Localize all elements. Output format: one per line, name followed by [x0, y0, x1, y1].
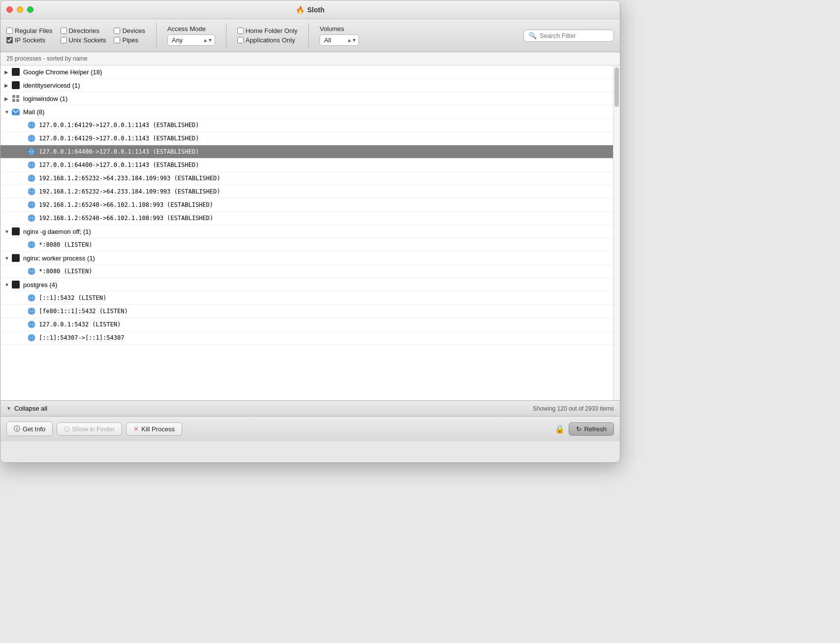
applications-only-label: Applications Only	[246, 36, 295, 44]
unix-sockets-checkbox[interactable]	[61, 37, 67, 43]
connection-text: 127.0.0.1:64400->127.0.0.1:1143 (ESTABLI…	[39, 161, 199, 168]
list-item[interactable]: 127.0.0.1:64129->127.0.0.1:1143 (ESTABLI…	[0, 119, 613, 132]
kill-icon: ✕	[133, 425, 139, 433]
app-icon	[11, 81, 20, 90]
expand-arrow-icon: ▼	[4, 229, 11, 234]
list-item[interactable]: [::1]:5432 (LISTEN)	[0, 291, 613, 305]
volumes-group: Volumes All ▲▼	[320, 25, 359, 46]
app-icon	[11, 67, 20, 76]
connection-text: *:8080 (LISTEN)	[39, 241, 92, 248]
ip-sockets-label: IP Sockets	[15, 36, 45, 44]
ip-sockets-checkbox[interactable]	[6, 37, 13, 43]
list-item[interactable]: [fe80:1::1]:5432 (LISTEN)	[0, 305, 613, 318]
expand-arrow-icon: ▶	[4, 83, 11, 88]
separator-1	[156, 23, 157, 48]
list-item[interactable]: 192.168.1.2:65232->64.233.184.109:993 (E…	[0, 172, 613, 185]
get-info-button[interactable]: ⓘ Get Info	[6, 421, 53, 436]
traffic-lights	[6, 6, 33, 13]
list-item[interactable]: ▶ identityservicesd (1)	[0, 79, 613, 92]
expand-arrow-icon: ▼	[4, 256, 11, 261]
list-item[interactable]: 127.0.0.1:64400->127.0.0.1:1143 (ESTABLI…	[0, 159, 613, 172]
titlebar: 🔥 Sloth	[0, 0, 620, 19]
home-folder-checkbox[interactable]	[237, 28, 244, 34]
devices-checkbox[interactable]	[114, 28, 120, 34]
file-type-filters: Regular Files IP Sockets	[6, 27, 53, 44]
separator-3	[308, 23, 309, 48]
info-icon: ⓘ	[14, 424, 20, 433]
devices-pipe-filters: Devices Pipes	[114, 27, 145, 44]
scrollbar-thumb[interactable]	[614, 67, 619, 107]
connection-text: 192.168.1.2:65240->66.102.1.108:993 (EST…	[39, 215, 213, 222]
app-name: Sloth	[307, 6, 324, 14]
regular-files-checkbox[interactable]	[6, 28, 13, 34]
list-item[interactable]: *:8080 (LISTEN)	[0, 265, 613, 278]
connection-text: 127.0.0.1:64129->127.0.0.1:1143 (ESTABLI…	[39, 122, 199, 129]
maximize-button[interactable]	[27, 6, 33, 13]
kill-process-button[interactable]: ✕ Kill Process	[126, 422, 182, 436]
volumes-select[interactable]: All	[320, 34, 359, 46]
list-item[interactable]: ▶ Google Chrome Helper (18)	[0, 65, 613, 79]
process-name: Google Chrome Helper (18)	[23, 68, 102, 76]
connection-text: 192.168.1.2:65232->64.233.184.109:993 (E…	[39, 188, 220, 195]
applications-only-checkbox[interactable]	[237, 37, 244, 43]
globe-icon	[27, 214, 36, 223]
list-item[interactable]: 192.168.1.2:65240->66.102.1.108:993 (EST…	[0, 212, 613, 225]
globe-icon	[27, 333, 36, 342]
content-area[interactable]: ▶ Google Chrome Helper (18) ▶ identityse…	[0, 65, 620, 400]
list-item[interactable]: ▼ nginx: worker process (1)	[0, 252, 613, 265]
close-button[interactable]	[6, 6, 13, 13]
connection-text: 192.168.1.2:65232->64.233.184.109:993 (E…	[39, 175, 220, 182]
home-folder-label: Home Folder Only	[246, 27, 297, 34]
globe-icon	[27, 267, 36, 276]
app-icon	[11, 254, 20, 262]
list-item[interactable]: 127.0.0.1:64400->127.0.0.1:1143 (ESTABLI…	[0, 145, 613, 159]
access-mode-label: Access Mode	[167, 25, 215, 32]
showing-count-label: Showing 120 out of 2933 items	[533, 405, 614, 412]
expand-arrow-icon: ▶	[4, 69, 11, 75]
refresh-button[interactable]: ↻ Refresh	[569, 422, 614, 436]
list-item[interactable]: ▼ Mail (8)	[0, 105, 613, 119]
action-buttons-right: 🔒 ↻ Refresh	[555, 422, 614, 436]
list-item[interactable]: ▶ loginwindow (1)	[0, 92, 613, 105]
finder-icon: ⬡	[64, 425, 69, 433]
svg-rect-1	[16, 95, 19, 98]
collapse-arrow-icon: ▼	[6, 406, 11, 411]
window-title: 🔥 Sloth	[296, 6, 324, 14]
list-item[interactable]: 127.0.0.1:5432 (LISTEN)	[0, 318, 613, 331]
collapse-all-button[interactable]: Collapse all	[14, 405, 47, 412]
toolbar: Regular Files IP Sockets Directories Uni…	[0, 19, 620, 52]
access-mode-select-wrapper: Any Read Write Read/Write ▲▼	[167, 34, 215, 46]
list-item[interactable]: *:8080 (LISTEN)	[0, 238, 613, 252]
list-item[interactable]: ▼ nginx -g daemon off; (1)	[0, 225, 613, 238]
svg-rect-3	[16, 99, 19, 102]
list-item[interactable]: 192.168.1.2:65232->64.233.184.109:993 (E…	[0, 185, 613, 198]
show-in-finder-button[interactable]: ⬡ Show in Finder	[57, 422, 122, 436]
directories-row: Directories	[61, 27, 106, 34]
connection-text: [fe80:1::1]:5432 (LISTEN)	[39, 308, 128, 315]
search-icon: 🔍	[529, 32, 537, 39]
home-folder-row: Home Folder Only	[237, 27, 297, 34]
minimize-button[interactable]	[17, 6, 23, 13]
list-item[interactable]: [::1]:54307->[::1]:54307	[0, 331, 613, 345]
svg-rect-0	[12, 95, 15, 98]
access-mode-group: Access Mode Any Read Write Read/Write ▲▼	[167, 25, 215, 46]
access-mode-select[interactable]: Any Read Write Read/Write	[167, 34, 215, 46]
pipes-label: Pipes	[122, 36, 138, 44]
list-item[interactable]: ▼ postgres (4)	[0, 278, 613, 291]
globe-icon	[27, 174, 36, 183]
globe-icon	[27, 187, 36, 196]
list-item[interactable]: 192.168.1.2:65240->66.102.1.108:993 (EST…	[0, 198, 613, 212]
globe-icon	[27, 320, 36, 329]
footer-left: ▼ Collapse all	[6, 405, 47, 412]
directories-checkbox[interactable]	[61, 28, 67, 34]
ip-sockets-row: IP Sockets	[6, 36, 53, 44]
list-item[interactable]: 127.0.0.1:64129->127.0.0.1:1143 (ESTABLI…	[0, 132, 613, 145]
pipes-checkbox[interactable]	[114, 37, 120, 43]
volumes-label: Volumes	[320, 25, 359, 32]
unix-sockets-row: Unix Sockets	[61, 36, 106, 44]
connection-text: [::1]:54307->[::1]:54307	[39, 334, 124, 341]
volumes-select-wrapper: All ▲▼	[320, 34, 359, 46]
search-input[interactable]	[540, 32, 609, 39]
scrollbar[interactable]	[613, 65, 620, 400]
app-icon	[11, 280, 20, 289]
